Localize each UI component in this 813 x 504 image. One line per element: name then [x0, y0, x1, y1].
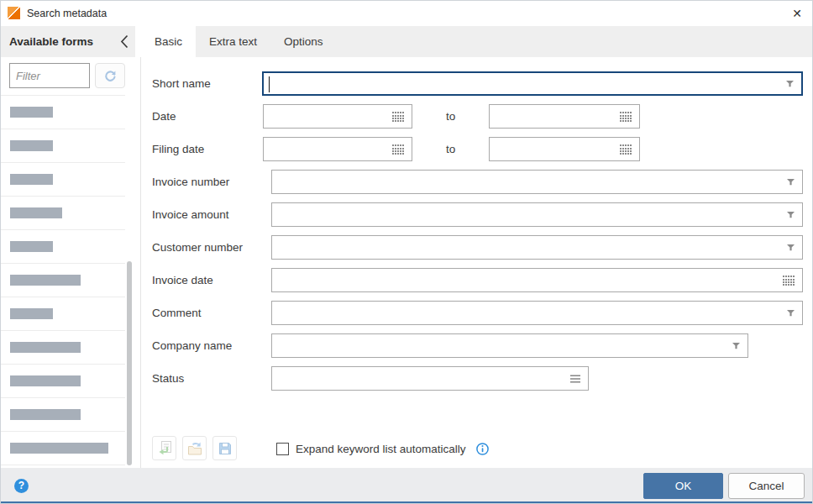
field-short-name[interactable] [262, 71, 803, 96]
keyword-list-icon[interactable] [570, 375, 580, 383]
field-label-short-name: Short name [152, 77, 211, 90]
calendar-icon[interactable] [783, 276, 795, 286]
redacted-form-name [10, 409, 81, 420]
calendar-icon[interactable] [620, 112, 632, 122]
redacted-form-name [10, 275, 81, 286]
sidebar-header: Available forms [1, 26, 135, 57]
apply-form-button[interactable] [152, 436, 176, 460]
field-filing-date-to[interactable] [489, 137, 640, 161]
window-title: Search metadata [27, 8, 107, 19]
field-filing-date-from[interactable] [263, 137, 412, 161]
field-label-invoice-date: Invoice date [152, 274, 213, 286]
dropdown-arrow-icon[interactable] [787, 244, 795, 251]
tab-extra-text[interactable]: Extra text [196, 26, 270, 57]
range-to-label: to [446, 143, 455, 155]
dropdown-arrow-icon[interactable] [732, 343, 740, 349]
dropdown-arrow-icon[interactable] [787, 212, 795, 218]
field-label-invoice-amount: Invoice amount [152, 208, 229, 221]
field-date-to[interactable] [489, 104, 640, 129]
form-list-item[interactable] [1, 129, 125, 163]
open-folder-icon [186, 441, 203, 456]
redacted-form-name [10, 107, 53, 118]
field-label-invoice-number: Invoice number [152, 176, 229, 188]
field-label-status: Status [152, 372, 184, 385]
field-date-from[interactable] [263, 104, 412, 129]
tab-options[interactable]: Options [270, 26, 337, 57]
close-icon[interactable]: ✕ [789, 5, 805, 22]
collapse-sidebar-icon[interactable] [120, 34, 130, 49]
redacted-form-name [10, 375, 81, 386]
field-label-date: Date [152, 110, 176, 123]
sidebar-divider [140, 57, 141, 468]
info-icon[interactable] [476, 443, 489, 455]
field-label-comment: Comment [152, 307, 202, 319]
range-to-label: to [446, 110, 455, 123]
form-list-item[interactable] [1, 197, 125, 230]
refresh-forms-button[interactable] [95, 63, 125, 88]
field-invoice-date[interactable] [271, 268, 803, 292]
tab-basic[interactable]: Basic [141, 26, 196, 57]
form-list-item[interactable] [1, 365, 125, 398]
tab-bar: BasicExtra textOptions [141, 26, 812, 57]
save-icon [218, 441, 233, 456]
redacted-form-name [10, 241, 53, 252]
available-forms-list [1, 95, 125, 465]
calendar-icon[interactable] [392, 144, 404, 155]
redacted-form-name [10, 308, 53, 319]
redacted-form-name [10, 140, 53, 151]
sidebar-scrollbar-thumb[interactable] [127, 261, 132, 465]
redacted-form-name [10, 207, 62, 218]
calendar-icon[interactable] [620, 144, 632, 155]
form-list-item[interactable] [1, 432, 125, 465]
dropdown-arrow-icon[interactable] [786, 81, 794, 87]
dropdown-arrow-icon[interactable] [787, 310, 795, 317]
cancel-button[interactable]: Cancel [728, 473, 805, 499]
form-list-item[interactable] [1, 264, 125, 297]
field-invoice-amount[interactable] [271, 202, 803, 227]
text-caret [269, 76, 270, 92]
field-comment[interactable] [271, 301, 803, 325]
redacted-form-name [10, 342, 81, 353]
expand-keyword-label: Expand keyword list automatically [296, 443, 466, 455]
redacted-form-name [10, 443, 108, 454]
filter-input[interactable] [9, 63, 90, 88]
save-template-button[interactable] [212, 436, 237, 460]
field-customer-number[interactable] [271, 235, 803, 260]
field-label-company-name: Company name [152, 339, 232, 352]
form-list-item[interactable] [1, 398, 125, 432]
app-logo-icon [8, 7, 20, 19]
form-list-item[interactable] [1, 163, 125, 197]
expand-keyword-checkbox[interactable] [276, 443, 289, 455]
form-list-item[interactable] [1, 331, 125, 365]
load-template-button[interactable] [182, 436, 207, 460]
field-company-name[interactable] [271, 333, 748, 358]
field-status[interactable] [271, 366, 589, 391]
help-icon[interactable]: ? [14, 479, 29, 493]
calendar-icon[interactable] [392, 112, 404, 122]
ok-button[interactable]: OK [643, 473, 723, 499]
dropdown-arrow-icon[interactable] [787, 179, 795, 186]
field-invoice-number[interactable] [271, 170, 803, 194]
search-metadata-dialog: Search metadata ✕ Available forms BasicE… [0, 0, 813, 504]
refresh-icon [103, 69, 118, 83]
form-list-item[interactable] [1, 96, 125, 129]
field-label-filing-date: Filing date [152, 143, 204, 155]
field-label-customer-number: Customer number [152, 241, 243, 254]
redacted-form-name [10, 174, 53, 185]
apply-form-icon [156, 440, 173, 456]
window-accent-border [1, 501, 812, 503]
sidebar-title: Available forms [9, 35, 93, 48]
title-bar: Search metadata ✕ [1, 1, 812, 26]
form-list-item[interactable] [1, 297, 125, 331]
form-list-item[interactable] [1, 230, 125, 264]
